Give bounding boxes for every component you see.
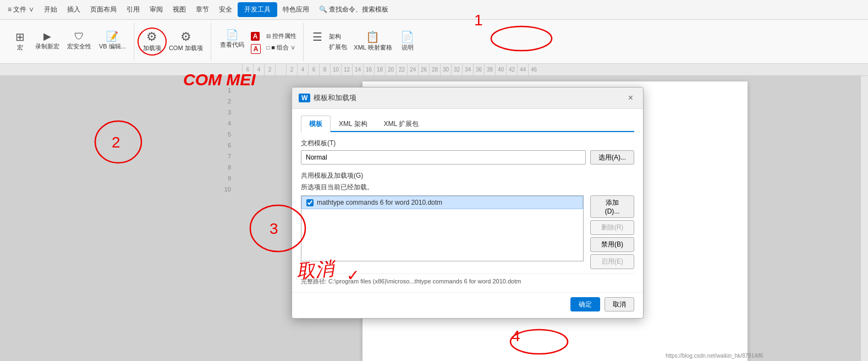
line-num-3: 3 (224, 109, 231, 120)
menu-bar: ≡ 文件 ∨ 开始 插入 页面布局 引用 审阅 视图 章节 安全 开发工具 特色… (0, 0, 868, 20)
doc-template-row: 选用(A)... (301, 150, 634, 165)
load-addin-label: 加载项 (143, 44, 161, 52)
macro-security-label: 宏安全性 (67, 42, 91, 51)
add-button[interactable]: 添加(D)... (590, 195, 634, 218)
scrollbar[interactable] (860, 76, 868, 361)
ribbon-btn-macro-security[interactable]: 🛡 宏安全性 (64, 30, 95, 53)
com-addin-label: COM 加载项 (169, 44, 203, 52)
dialog-template-addins: W 模板和加载项 × 模板 XML 架构 XML 扩展包 文档模板(T) 选用(… (292, 87, 644, 319)
line-num-8: 8 (224, 164, 231, 175)
menu-developer[interactable]: 开发工具 (238, 2, 277, 17)
choose-button[interactable]: 选用(A)... (590, 150, 634, 165)
ribbon-group-addins: ⚙ 加载项 ⚙ COM 加载项 (135, 23, 211, 61)
menu-security[interactable]: 安全 (215, 3, 237, 17)
macro-security-icon: 🛡 (74, 31, 84, 41)
macro-icon: ⊞ (15, 31, 25, 42)
dialog-close-button[interactable]: × (625, 92, 636, 104)
addin-item-mathtype[interactable]: mathtype commands 6 for word 2010.dotm (301, 196, 583, 209)
line-num-4: 4 (224, 120, 231, 131)
ruler-marks: 6 4 2 2 4 6 8 10 12 14 16 18 20 22 24 26… (242, 64, 868, 76)
desc-icon: 📄 (400, 31, 414, 42)
template-input[interactable] (301, 150, 586, 165)
ribbon-btn-xml-map[interactable]: 📋 XML 映射窗格 (350, 30, 395, 53)
addins-list[interactable]: mathtype commands 6 for word 2010.dotm (301, 195, 584, 261)
line-num-2: 2 (224, 98, 231, 109)
ribbon-group-controls: 📄 查看代码 A A ⊟ 控件属性 □ ■ 组合 ∨ (212, 23, 304, 61)
menu-start[interactable]: 开始 (40, 3, 62, 17)
ribbon-btn-macro[interactable]: ⊞ 宏 (9, 30, 31, 53)
ribbon-btn-record-macro[interactable]: ▶ 录制新宏 (32, 30, 63, 53)
line-num-7: 7 (224, 153, 231, 164)
ribbon-btn-group[interactable]: □ ■ 组合 ∨ (264, 42, 299, 53)
side-buttons: 添加(D)... 删除(R) 禁用(B) 启用(E) (590, 195, 634, 269)
dialog-title-icon: W (299, 94, 310, 102)
xml-map-label: XML 映射窗格 (354, 43, 392, 52)
tab-xml-schema[interactable]: XML 架构 (331, 116, 376, 132)
vb-editor-label: VB 编辑... (99, 42, 126, 51)
addin-checkbox[interactable] (306, 199, 314, 206)
line-num-9: 9 (224, 175, 231, 186)
shared-label: 共用模板及加载项(G) (301, 171, 634, 180)
enable-button[interactable]: 启用(E) (590, 254, 634, 269)
record-macro-icon: ▶ (43, 31, 51, 41)
line-num-1: 1 (224, 87, 231, 98)
menu-chapter[interactable]: 章节 (191, 3, 213, 17)
dialog-title-bar: W 模板和加载项 × (292, 87, 643, 109)
ribbon-btn-ctrl-props[interactable]: ⊟ 控件属性 (264, 31, 299, 41)
load-addin-icon: ⚙ (146, 31, 157, 43)
dialog-footer: 确定 取消 (292, 292, 643, 318)
tab-xml-package[interactable]: XML 扩展包 (376, 116, 427, 132)
shared-section: 共用模板及加载项(G) 所选项目当前已经加载。 mathtype command… (301, 171, 634, 269)
ruler: 6 4 2 2 4 6 8 10 12 14 16 18 20 22 24 26… (0, 64, 868, 76)
record-macro-label: 录制新宏 (35, 42, 59, 51)
menu-layout[interactable]: 页面布局 (86, 3, 121, 17)
view-code-icon: 📄 (226, 30, 238, 40)
list-with-buttons: mathtype commands 6 for word 2010.dotm 添… (301, 195, 634, 269)
left-gutter: 1 2 3 4 5 6 7 8 9 10 (0, 76, 242, 361)
menu-insert[interactable]: 插入 (63, 3, 85, 17)
cancel-button[interactable]: 取消 (605, 297, 634, 311)
com-addin-icon: ⚙ (180, 31, 191, 43)
addin-name: mathtype commands 6 for word 2010.dotm (317, 199, 442, 206)
menu-file[interactable]: ≡ 文件 ∨ (3, 3, 39, 17)
line-num-10: 10 (224, 186, 231, 197)
path-label: 完整路径: C:\program files (x86)\microso...t… (301, 274, 634, 286)
doc-template-label: 文档模板(T) (301, 139, 634, 148)
view-code-label: 查看代码 (220, 41, 244, 49)
menu-view[interactable]: 视图 (168, 3, 190, 17)
doc-template-section: 文档模板(T) 选用(A)... (301, 139, 634, 165)
ribbon-group-macros: ⊞ 宏 ▶ 录制新宏 🛡 宏安全性 📝 VB 编辑... (4, 23, 134, 61)
dialog-body: 模板 XML 架构 XML 扩展包 文档模板(T) 选用(A)... 共用模板及… (292, 109, 643, 292)
line-num-6: 6 (224, 142, 231, 153)
remove-button[interactable]: 删除(R) (590, 220, 634, 235)
line-numbers: 1 2 3 4 5 6 7 8 9 10 (224, 87, 231, 197)
ribbon-btn-load-addin[interactable]: ⚙ 加载项 (140, 30, 164, 53)
disable-button[interactable]: 禁用(B) (590, 237, 634, 252)
macro-label: 宏 (17, 43, 23, 52)
desc-label: 说明 (402, 43, 414, 52)
ribbon-btn-vb-editor[interactable]: 📝 VB 编辑... (96, 30, 129, 53)
ribbon-btn-jia-gou[interactable]: 架构 (327, 31, 349, 42)
ribbon-btn-expand-pkg[interactable]: 扩展包 (327, 42, 349, 52)
ribbon-btn-desc[interactable]: 📄 说明 (397, 30, 419, 53)
ribbon: ⊞ 宏 ▶ 录制新宏 🛡 宏安全性 📝 VB 编辑... ⚙ 加载项 (0, 20, 868, 64)
tab-template[interactable]: 模板 (301, 116, 331, 132)
menu-search[interactable]: 🔍 查找命令、搜索模板 (315, 3, 393, 17)
status-text: 所选项目当前已经加载。 (301, 183, 634, 192)
dialog-title: W 模板和加载项 (299, 93, 356, 103)
xml-map-icon: 📋 (366, 31, 380, 42)
ribbon-btn-view-code[interactable]: 📄 查看代码 (217, 29, 248, 55)
vb-editor-icon: 📝 (106, 31, 118, 41)
ribbon-btn-structure-icon[interactable]: ☰ (309, 30, 326, 43)
structure-icon: ☰ (312, 31, 322, 42)
ribbon-btn-font-a1[interactable]: A (249, 31, 263, 42)
ribbon-btn-font-a2[interactable]: A (249, 43, 263, 55)
menu-special[interactable]: 特色应用 (278, 3, 314, 17)
dialog-title-text: 模板和加载项 (314, 93, 356, 103)
menu-review[interactable]: 审阅 (145, 3, 167, 17)
menu-references[interactable]: 引用 (122, 3, 144, 17)
ribbon-group-structure: ☰ 架构 扩展包 📋 XML 映射窗格 📄 说明 (305, 23, 422, 61)
ok-button[interactable]: 确定 (570, 297, 600, 311)
tab-bar: 模板 XML 架构 XML 扩展包 (301, 116, 634, 132)
ribbon-btn-com-addin[interactable]: ⚙ COM 加载项 (166, 30, 206, 53)
